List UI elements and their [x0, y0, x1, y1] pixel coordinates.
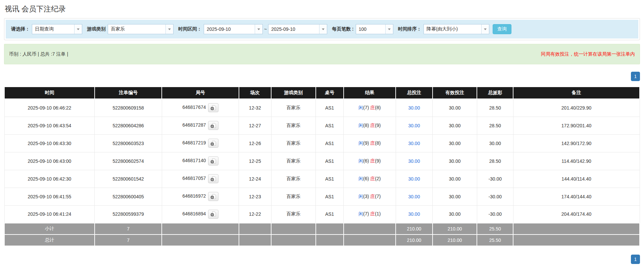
result-banker-label: 庄: [370, 194, 375, 199]
cell-round-id: 646817287: [162, 117, 239, 134]
chevron-down-icon[interactable]: [74, 24, 82, 34]
cell-result: 闲(3) 庄(7): [344, 188, 396, 205]
cell-remark: 114.40/142.90: [513, 152, 640, 170]
cell-game-type: 百家乐: [271, 188, 316, 205]
cell-valid-bet: 30.00: [433, 117, 477, 134]
filter-bar: 请选择： 日期查询 游戏类别 百家乐 时间区间： 2025-09-10 ~ 20…: [6, 20, 638, 39]
chevron-down-icon[interactable]: [319, 24, 327, 34]
total-bet-link[interactable]: 30.00: [408, 105, 420, 111]
cell-empty: [239, 234, 271, 246]
round-id-text: 646817057: [182, 176, 206, 181]
search-button[interactable]: 查询: [493, 24, 511, 34]
cell-valid-bet: 30.00: [433, 188, 477, 205]
video-replay-button[interactable]: [208, 156, 218, 165]
result-player-score: (8): [363, 123, 370, 128]
cell-empty: [271, 234, 316, 246]
cell-total-bet: 30.00: [396, 205, 433, 223]
cell-round-id: 646816894: [162, 205, 239, 223]
time-sort-select[interactable]: 降幂(由大到小): [424, 24, 489, 34]
table-row: 2025-09-10 06:46:22522800609158646817674…: [4, 99, 640, 117]
chevron-down-icon[interactable]: [385, 24, 393, 34]
cell-time: 2025-09-10 06:41:24: [4, 205, 95, 223]
video-replay-button[interactable]: [208, 103, 218, 112]
currency-total-summary: 币别 : 人民币 | 总共 :7 注单 |: [9, 51, 68, 57]
result-player-label: 闲: [358, 158, 363, 163]
cell-time: 2025-09-10 06:41:55: [4, 188, 95, 205]
cell-result: 闲(7) 庄(8): [344, 99, 396, 117]
cell-time: 2025-09-10 06:43:00: [4, 152, 95, 170]
cell-game-type: 百家乐: [271, 99, 316, 117]
video-replay-button[interactable]: [208, 174, 218, 183]
result-banker-label: 庄: [370, 158, 375, 163]
result-player-label: 闲: [358, 194, 363, 199]
page-button-1[interactable]: 1: [631, 255, 640, 264]
col-header-round-id: 局号: [162, 87, 239, 99]
total-bet-link[interactable]: 30.00: [408, 194, 420, 199]
film-icon: [210, 211, 216, 217]
page-size-select[interactable]: 100: [356, 24, 393, 34]
cell-total-bet: 210.00: [396, 234, 433, 246]
table-row: 2025-09-10 06:43:00522800602574646817140…: [4, 152, 640, 170]
game-type-select[interactable]: 百家乐: [108, 24, 174, 34]
cell-round-id: 646817140: [162, 152, 239, 170]
result-player-label: 闲: [358, 140, 363, 146]
summary-bar: 币别 : 人民币 | 总共 :7 注单 | 同局有效投注，统一计算在该局第一张注…: [4, 44, 640, 64]
cell-remark: 201.40/229.90: [513, 99, 640, 117]
video-replay-button[interactable]: [208, 210, 218, 219]
cell-session: 12-26: [239, 134, 271, 152]
film-icon: [210, 141, 216, 146]
result-banker-score: (9): [375, 158, 381, 163]
video-replay-button[interactable]: [208, 139, 218, 148]
cell-total-bet: 30.00: [396, 117, 433, 134]
query-type-select[interactable]: 日期查询: [32, 24, 82, 34]
cell-empty: [162, 234, 239, 246]
film-icon: [210, 158, 216, 164]
result-player-score: (9): [363, 140, 370, 146]
date-to-select[interactable]: 2025-09-10: [268, 24, 327, 34]
table-row: 2025-09-10 06:41:55522800600405646816972…: [4, 188, 640, 205]
video-replay-button[interactable]: [208, 121, 218, 130]
total-bet-link[interactable]: 30.00: [408, 123, 420, 128]
round-id-text: 646817287: [182, 122, 206, 128]
cell-round-id: 646817057: [162, 170, 239, 188]
query-type-label: 请选择：: [11, 26, 30, 32]
page-title: 视讯 会员下注纪录: [5, 4, 639, 14]
chevron-down-icon[interactable]: [165, 24, 173, 34]
cell-total-bet: 30.00: [396, 170, 433, 188]
result-player-label: 闲: [358, 176, 363, 181]
result-player-label: 闲: [358, 123, 363, 128]
total-row: 总计7210.00210.0025.50: [4, 234, 640, 246]
cell-empty: [513, 234, 640, 246]
cell-session: 12-27: [239, 117, 271, 134]
total-bet-link[interactable]: 30.00: [408, 211, 420, 217]
cell-valid-bet: 210.00: [433, 234, 477, 246]
date-from-select[interactable]: 2025-09-10: [204, 24, 263, 34]
cell-session: 12-24: [239, 170, 271, 188]
cell-payout: 28.50: [477, 99, 513, 117]
col-header-table-no: 桌号: [316, 87, 344, 99]
cell-remark: 204.40/174.40: [513, 205, 640, 223]
cell-table-no: AS1: [316, 99, 344, 117]
page-button-1[interactable]: 1: [631, 72, 640, 81]
total-bet-link[interactable]: 30.00: [408, 158, 420, 164]
cell-game-type: 百家乐: [271, 117, 316, 134]
cell-empty: [513, 223, 640, 234]
total-bet-link[interactable]: 30.00: [408, 141, 420, 146]
cell-payout: -30.00: [477, 205, 513, 223]
result-player-score: (6): [363, 158, 370, 163]
video-replay-button[interactable]: [208, 192, 218, 201]
cell-valid-bet: 30.00: [433, 99, 477, 117]
chevron-down-icon[interactable]: [481, 24, 489, 34]
result-banker-score: (8): [375, 140, 381, 146]
table-row: 2025-09-10 06:43:30522800603523646817219…: [4, 134, 640, 152]
result-banker-score: (8): [375, 105, 381, 110]
round-id-text: 646816894: [182, 211, 206, 216]
cell-bet-id: 522800601542: [95, 170, 162, 188]
cell-session: 12-22: [239, 205, 271, 223]
col-header-valid-bet: 有效投注: [433, 87, 477, 99]
total-bet-link[interactable]: 30.00: [408, 176, 420, 182]
chevron-down-icon[interactable]: [255, 24, 262, 34]
table-row: 2025-09-10 06:42:30522800601542646817057…: [4, 170, 640, 188]
cell-session: 12-32: [239, 99, 271, 117]
cell-empty: [239, 223, 271, 234]
